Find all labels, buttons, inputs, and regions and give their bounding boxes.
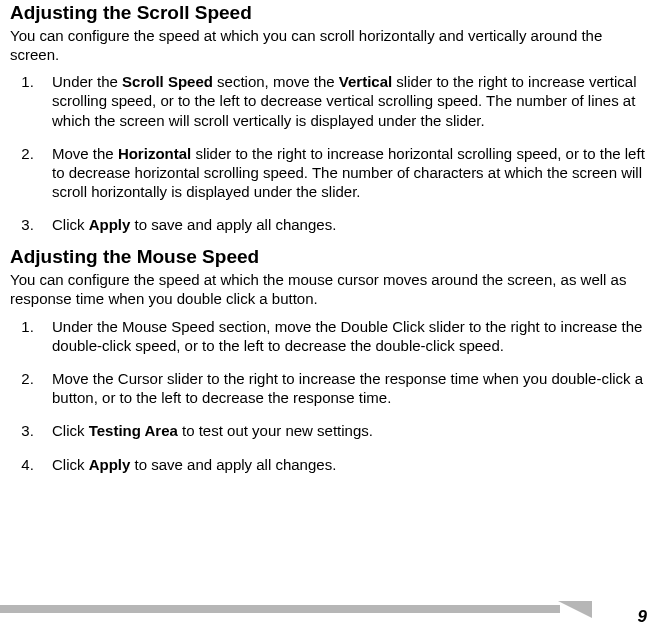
section2-step-4: Click Apply to save and apply all change… <box>38 455 647 474</box>
text-run: Move the <box>52 145 118 162</box>
section1-step-1: Under the Scroll Speed section, move the… <box>38 72 647 130</box>
bold-horizontal: Horizontal <box>118 145 191 162</box>
text-run: to save and apply all changes. <box>130 456 336 473</box>
section2-step-1: Under the Mouse Speed section, move the … <box>38 317 647 355</box>
text-run: Click <box>52 422 89 439</box>
page-number: 9 <box>638 607 647 627</box>
section2-step-3: Click Testing Area to test out your new … <box>38 421 647 440</box>
section1-step-3: Click Apply to save and apply all change… <box>38 215 647 234</box>
bold-testing-area: Testing Area <box>89 422 178 439</box>
section1-step-2: Move the Horizontal slider to the right … <box>38 144 647 202</box>
section2-step-2: Move the Cursor slider to the right to i… <box>38 369 647 407</box>
text-run: Click <box>52 456 89 473</box>
section2-intro: You can configure the speed at which the… <box>10 270 647 308</box>
bold-apply: Apply <box>89 456 131 473</box>
footer-rule <box>0 605 560 613</box>
section2-steps: Under the Mouse Speed section, move the … <box>10 317 647 474</box>
text-run: section, move the <box>213 73 339 90</box>
text-run: to test out your new settings. <box>178 422 373 439</box>
section2-title: Adjusting the Mouse Speed <box>10 244 647 269</box>
bold-scroll-speed: Scroll Speed <box>122 73 213 90</box>
document-page: Adjusting the Scroll Speed You can confi… <box>0 0 663 639</box>
section1-steps: Under the Scroll Speed section, move the… <box>10 72 647 234</box>
text-run: to save and apply all changes. <box>130 216 336 233</box>
text-run: Under the Mouse Speed section, move the … <box>52 318 642 354</box>
bold-apply: Apply <box>89 216 131 233</box>
text-run: Move the Cursor slider to the right to i… <box>52 370 643 406</box>
bold-vertical: Vertical <box>339 73 392 90</box>
section1-intro: You can configure the speed at which you… <box>10 26 647 64</box>
text-run: Under the <box>52 73 122 90</box>
footer-flag-icon <box>558 601 592 618</box>
text-run: Click <box>52 216 89 233</box>
section1-title: Adjusting the Scroll Speed <box>10 0 647 25</box>
